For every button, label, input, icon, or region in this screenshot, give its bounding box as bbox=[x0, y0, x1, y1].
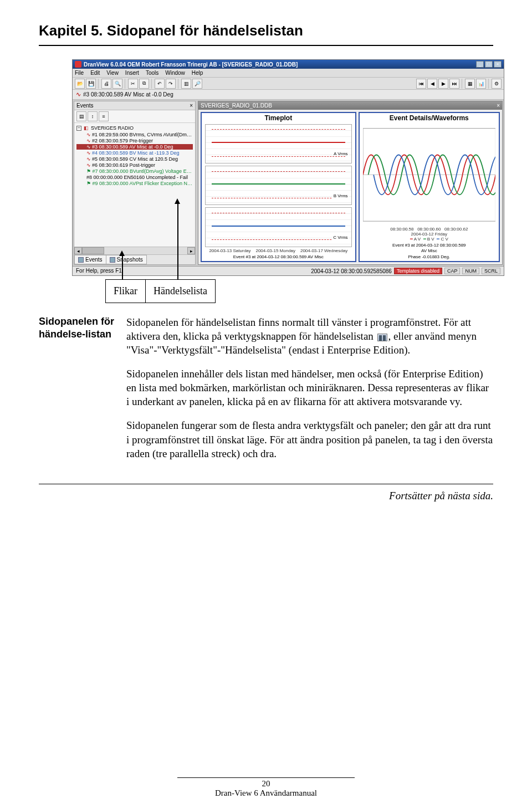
eventlist-toolbar-icon bbox=[377, 334, 387, 341]
event-item[interactable]: ⚑ #7 08:30:00.000 BVuntl(DmAvg) Voltage … bbox=[76, 168, 193, 174]
callout-eventlist: Händelselista bbox=[146, 279, 216, 303]
status-timestamp: 2004-03-12 08:30:00.592585086 bbox=[311, 268, 392, 274]
scroll-left-icon[interactable]: ◂ bbox=[74, 247, 82, 254]
tab-events[interactable]: Events bbox=[74, 255, 106, 264]
toolbar-panel-icon[interactable]: ▥ bbox=[181, 79, 191, 89]
waveform-x-ticks: 08:30:00.58 08:30:00.60 08:30:00.62 2004… bbox=[360, 227, 499, 237]
nav-first-icon[interactable]: ⏮ bbox=[416, 79, 426, 89]
menubar: File Edit View Insert Tools Window Help bbox=[73, 69, 504, 78]
menu-help[interactable]: Help bbox=[192, 70, 203, 76]
paragraph: Sidopanelen innehåller dels listan med h… bbox=[126, 367, 493, 408]
event-infobar: ∿ #3 08:30:00.589 AV Misc at -0.0 Deg bbox=[73, 90, 504, 100]
event-item[interactable]: ∿#4 08:30:00.589 BV Misc at -119.3 Deg bbox=[76, 150, 193, 156]
toolbar-grid-icon[interactable]: ▦ bbox=[465, 79, 475, 89]
event-item[interactable]: ∿#1 08:29:59.000 BVrms, CVrms AVuntl(DmA… bbox=[76, 132, 193, 137]
toolbar-zoom-icon[interactable]: 🔎 bbox=[192, 79, 202, 89]
callout-row: Flikar Händelselista bbox=[105, 279, 493, 303]
toolbar-open-icon[interactable]: 📂 bbox=[75, 79, 85, 89]
nav-last-icon[interactable]: ⏭ bbox=[449, 79, 459, 89]
series-label: C Vrms bbox=[332, 235, 349, 240]
waveform-title: Event Details/Waveforms bbox=[360, 113, 499, 123]
timeplot-caption: Event #3 at 2004-03-12 08:30:00.589 AV M… bbox=[202, 253, 355, 261]
events-tool3-icon[interactable]: ≡ bbox=[99, 111, 109, 121]
screenshot: DranView 6.0.04 OEM Robert Fransson Trin… bbox=[72, 59, 504, 276]
timeplot-panel: Timeplot A Vrms B Vrms bbox=[201, 112, 356, 262]
menu-insert[interactable]: Insert bbox=[125, 70, 139, 76]
events-tool2-icon[interactable]: ↕ bbox=[88, 111, 98, 121]
panel-close-icon[interactable]: × bbox=[190, 103, 193, 109]
app-icon bbox=[75, 61, 81, 68]
menu-edit[interactable]: Edit bbox=[90, 70, 100, 76]
toolbar-save-icon[interactable]: 💾 bbox=[86, 79, 96, 89]
toolbar-cut-icon[interactable]: ✂ bbox=[128, 79, 138, 89]
tree-root-label: SVERIGES RADIO bbox=[91, 125, 134, 131]
toolbar-redo-icon[interactable]: ↷ bbox=[166, 79, 176, 89]
status-scrl: SCRL bbox=[482, 268, 500, 274]
event-item-selected[interactable]: ∿#3 08:30:00.589 AV Misc at -0.0 Deg bbox=[76, 144, 193, 150]
document-title: SVERIGES_RADIO_01.DDB bbox=[201, 103, 272, 109]
tab-snapshots[interactable]: Snapshots bbox=[106, 255, 147, 264]
toolbar-copy-icon[interactable]: ⧉ bbox=[139, 79, 149, 89]
footer-manual-name: Dran-View 6 Användarmanual bbox=[215, 788, 317, 797]
event-item[interactable]: ∿#6 08:30:00.619 Post-trigger bbox=[76, 162, 193, 168]
document-close-icon[interactable]: × bbox=[497, 103, 500, 109]
body-text: Sidopanelen för händelselistan finns nor… bbox=[126, 315, 493, 470]
menu-view[interactable]: View bbox=[106, 70, 119, 76]
page-number: 20 bbox=[0, 779, 532, 788]
event-info-text: #3 08:30:00.589 AV Misc at -0.0 Deg bbox=[83, 91, 173, 98]
waveform-legend: ━ A V ━ B V ━ C V bbox=[360, 237, 499, 242]
document-titlebar[interactable]: SVERIGES_RADIO_01.DDB × bbox=[198, 101, 502, 110]
series-label: A Vrms bbox=[332, 151, 349, 156]
window-title: DranView 6.0.04 OEM Robert Fransson Trin… bbox=[84, 62, 475, 68]
event-item[interactable]: #8 00:00:00.000 EN50160 Uncompleted - Fa… bbox=[76, 175, 193, 180]
timeplot-title: Timeplot bbox=[202, 113, 355, 123]
event-item[interactable]: ∿#5 08:30:00.589 CV Misc at 120.5 Deg bbox=[76, 156, 193, 162]
paragraph: Sidopanelen fungerar som de flesta andra… bbox=[126, 418, 493, 460]
waveform-panel: Event Details/Waveforms 08:30:00.58 bbox=[359, 112, 500, 262]
status-num: NUM bbox=[462, 268, 479, 274]
status-help: For Help, press F1 bbox=[76, 268, 122, 274]
continue-note: Fortsätter på nästa sida. bbox=[39, 490, 493, 502]
events-panel-header[interactable]: Events × bbox=[74, 101, 195, 110]
nav-next-icon[interactable]: ▶ bbox=[438, 79, 448, 89]
titlebar: DranView 6.0.04 OEM Robert Fransson Trin… bbox=[73, 60, 504, 69]
tree-collapse-icon[interactable]: − bbox=[76, 126, 81, 131]
events-tool-icon[interactable]: ▤ bbox=[76, 111, 86, 121]
margin-term: Sidopanelen för händelse-listan bbox=[39, 315, 116, 470]
toolbar-settings-icon[interactable]: ⚙ bbox=[492, 79, 502, 89]
timeplot-x-ticks: 2004-03-13 Saturday 2004-03-15 Monday 20… bbox=[202, 248, 355, 253]
toolbar-undo-icon[interactable]: ↶ bbox=[155, 79, 165, 89]
timeplot-chart-b[interactable]: B Vrms bbox=[205, 166, 352, 205]
maximize-button[interactable]: □ bbox=[485, 61, 493, 68]
waveform-chart[interactable] bbox=[363, 125, 495, 224]
menu-window[interactable]: Window bbox=[165, 70, 185, 76]
scroll-right-icon[interactable]: ▸ bbox=[187, 247, 195, 254]
section-rule bbox=[39, 484, 493, 484]
toolbar-chart-icon[interactable]: 📊 bbox=[476, 79, 486, 89]
paragraph: Sidopanelen för händelselistan finns nor… bbox=[126, 315, 493, 357]
toolbar-preview-icon[interactable]: 🔍 bbox=[112, 79, 122, 89]
tab-events-icon bbox=[78, 257, 84, 263]
arrowhead-icon bbox=[119, 250, 125, 256]
nav-prev-icon[interactable]: ◀ bbox=[427, 79, 437, 89]
app-window: DranView 6.0.04 OEM Robert Fransson Trin… bbox=[72, 59, 504, 276]
page-footer: 20 Dran-View 6 Användarmanual bbox=[0, 777, 532, 798]
close-button[interactable]: × bbox=[494, 61, 502, 68]
timeplot-chart-c[interactable]: C Vrms bbox=[205, 207, 352, 247]
timeplot-chart-a[interactable]: A Vrms bbox=[205, 124, 352, 163]
statusbar: For Help, press F1 2004-03-12 08:30:00.5… bbox=[73, 266, 504, 275]
toolbar-print-icon[interactable]: 🖨 bbox=[101, 79, 111, 89]
chapter-title: Kapitel 5. Sidopanel för händelselistan bbox=[39, 22, 493, 39]
scroll-thumb[interactable] bbox=[82, 247, 104, 254]
waveform-caption: Event #3 at 2004-03-12 08:30:00.589 AV M… bbox=[360, 242, 499, 261]
menu-tools[interactable]: Tools bbox=[146, 70, 158, 76]
minimize-button[interactable]: _ bbox=[476, 61, 484, 68]
event-item[interactable]: ⚑ #9 08:30:00.000 AVPst Flicker Exceptio… bbox=[76, 181, 193, 186]
tab-snapshots-icon bbox=[110, 257, 115, 263]
menu-file[interactable]: File bbox=[75, 70, 84, 76]
body-section: Sidopanelen för händelse-listan Sidopane… bbox=[39, 315, 493, 470]
series-label: B Vrms bbox=[332, 193, 349, 198]
status-cap: CAP bbox=[444, 268, 461, 274]
arrowhead-icon bbox=[175, 198, 180, 204]
event-item[interactable]: ∿#2 08:30:00.579 Pre-trigger bbox=[76, 138, 193, 144]
